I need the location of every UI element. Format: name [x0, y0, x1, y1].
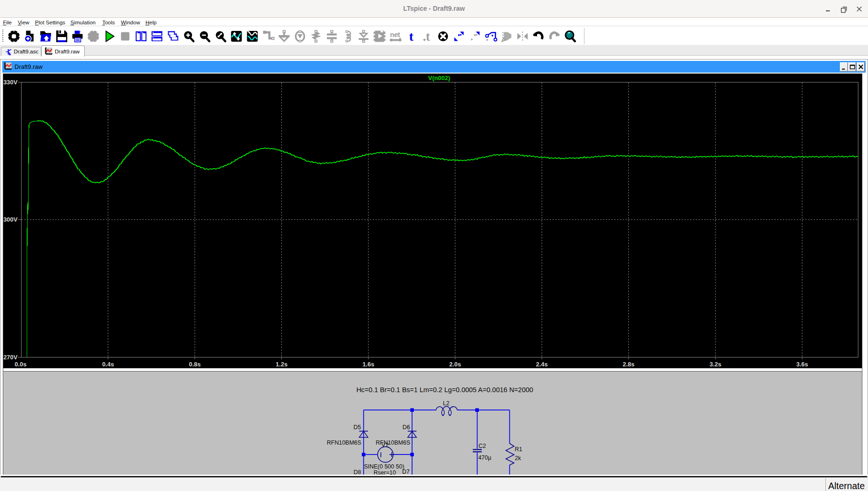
svg-text:C2: C2: [478, 443, 486, 449]
svg-text:1.2s: 1.2s: [276, 361, 287, 368]
svg-text:V2: V2: [382, 442, 389, 448]
svg-text:3.2s: 3.2s: [709, 361, 721, 368]
svg-text:D8: D8: [353, 469, 361, 475]
svg-text:D7: D7: [402, 469, 410, 475]
svg-text:D5: D5: [353, 424, 361, 431]
svg-text:Rser=10: Rser=10: [374, 469, 396, 475]
svg-text:R1: R1: [515, 446, 522, 453]
svg-text:2.4s: 2.4s: [536, 361, 548, 368]
svg-text:300V: 300V: [3, 216, 18, 223]
svg-text:2.8s: 2.8s: [623, 361, 634, 368]
svg-text:330V: 330V: [3, 79, 18, 86]
svg-text:0.8s: 0.8s: [189, 361, 200, 368]
svg-text:2.0s: 2.0s: [449, 361, 461, 368]
svg-text:3.6s: 3.6s: [796, 361, 808, 368]
svg-text:470µ: 470µ: [478, 454, 491, 461]
svg-text:L2: L2: [443, 400, 449, 407]
svg-text:1.6s: 1.6s: [362, 361, 374, 368]
svg-text:V(n002): V(n002): [428, 74, 450, 82]
svg-text:t: t: [426, 30, 430, 44]
svg-text:net: net: [390, 30, 400, 38]
svg-text:t: t: [409, 29, 414, 44]
svg-text:RFN10BM6S: RFN10BM6S: [327, 439, 361, 446]
svg-text:RFN10BM6S: RFN10BM6S: [376, 439, 411, 446]
svg-text:0.4s: 0.4s: [102, 361, 114, 368]
svg-text:D6: D6: [403, 424, 410, 431]
svg-text:2k: 2k: [515, 455, 522, 461]
svg-text:Hc=0.1 Br=0.1 Bs=1 Lm=0.2 Lg=0: Hc=0.1 Br=0.1 Bs=1 Lm=0.2 Lg=0.0005 A=0.…: [356, 386, 533, 394]
svg-text:0.0s: 0.0s: [15, 361, 26, 368]
svg-text:270V: 270V: [3, 354, 18, 361]
